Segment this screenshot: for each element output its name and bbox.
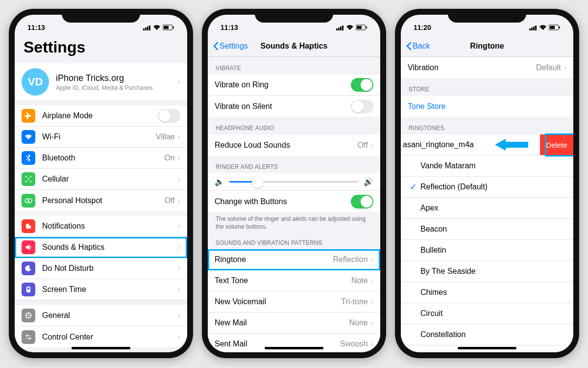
row-sounds-haptics[interactable]: Sounds & Haptics › [15, 237, 187, 258]
clock: 11:20 [414, 24, 431, 31]
checkmark-icon [408, 309, 418, 319]
account-row[interactable]: VD iPhone Tricks.org Apple ID, iCloud, M… [15, 63, 187, 101]
row-do-not-disturb[interactable]: Do Not Disturb › [15, 258, 187, 279]
row-wifi[interactable]: Wi-Fi Villae › [15, 127, 187, 148]
row-new-voicemail[interactable]: New Voicemail Tri-tone › [208, 291, 380, 313]
back-label: Settings [220, 42, 248, 51]
row-vibration[interactable]: Vibration Default › [401, 57, 573, 78]
signal-icon [143, 25, 151, 30]
row-hotspot[interactable]: Personal Hotspot Off › [15, 190, 187, 211]
row-label: Airplane Mode [42, 111, 158, 120]
status-right [143, 25, 174, 30]
row-label: Notifications [42, 222, 178, 231]
account-sub: Apple ID, iCloud, Media & Purchases [56, 84, 178, 91]
checkmark-icon [408, 224, 418, 235]
section-patterns: SOUNDS AND VIBRATION PATTERNS [208, 232, 380, 249]
signal-icon [529, 25, 537, 30]
airplane-toggle[interactable] [158, 109, 180, 123]
account-name: iPhone Tricks.org [56, 73, 178, 83]
list-item[interactable]: ✓ Reflection (Default) [401, 177, 573, 198]
svg-point-11 [29, 223, 32, 226]
list-item[interactable]: Chimes [401, 282, 573, 303]
toggle-vibrate-ring[interactable] [351, 78, 373, 92]
list-item[interactable]: Apex [401, 198, 573, 219]
row-label: Vibration [408, 63, 536, 72]
chevron-left-icon [406, 42, 412, 51]
list-item[interactable]: Vande Mataram [401, 156, 573, 177]
nav-title: Sounds & Haptics [261, 42, 328, 51]
row-bluetooth[interactable]: Bluetooth On › [15, 148, 187, 169]
back-button[interactable]: Back [406, 42, 430, 51]
row-general[interactable]: General › [15, 305, 187, 326]
row-cellular[interactable]: Cellular › [15, 169, 187, 190]
row-label: Cellular [42, 175, 178, 184]
row-ringtone[interactable]: Ringtone Reflection › [208, 249, 380, 270]
toggle-vibrate-silent[interactable] [351, 100, 373, 113]
list-item[interactable]: Beacon [401, 219, 573, 240]
chevron-right-icon: › [371, 297, 373, 306]
row-label: New Mail [215, 318, 349, 327]
svg-rect-13 [27, 288, 29, 289]
row-sent-mail[interactable]: Sent Mail Swoosh › [208, 334, 380, 352]
svg-rect-28 [531, 27, 533, 30]
checkmark-icon [408, 351, 418, 353]
cellular-icon [22, 172, 35, 186]
svg-rect-1 [145, 27, 147, 30]
row-label: Vibrate on Ring [215, 80, 351, 89]
row-tone-store[interactable]: Tone Store [401, 96, 573, 117]
list-item[interactable]: By The Seaside [401, 261, 573, 282]
delete-label: Delete [546, 141, 567, 149]
notch [62, 9, 140, 23]
back-button[interactable]: Settings [213, 42, 248, 51]
svg-rect-0 [143, 28, 145, 30]
row-airplane-mode[interactable]: Airplane Mode [15, 105, 187, 127]
settings-scroll[interactable]: VD iPhone Tricks.org Apple ID, iCloud, M… [15, 63, 187, 352]
row-change-buttons[interactable]: Change with Buttons [208, 191, 380, 212]
chevron-right-icon: › [564, 63, 566, 72]
row-label: New Voicemail [215, 297, 341, 306]
svg-rect-2 [147, 26, 148, 30]
row-screen-time[interactable]: Screen Time › [15, 279, 187, 300]
home-indicator[interactable] [458, 347, 516, 349]
row-text-tone[interactable]: Text Tone Note › [208, 270, 380, 291]
ringtone-scroll[interactable]: Vibration Default › STORE Tone Store RIN… [401, 57, 573, 352]
row-custom-tone-swiped[interactable]: asani_ringtone_m4a Delete [401, 134, 573, 156]
row-reduce-loud[interactable]: Reduce Loud Sounds Off › [208, 134, 380, 156]
ringer-footer: The volume of the ringer and alerts can … [208, 212, 380, 232]
list-item[interactable]: Constellation [401, 324, 573, 345]
row-new-mail[interactable]: New Mail None › [208, 313, 380, 334]
row-label: Screen Time [42, 285, 178, 294]
chevron-right-icon: › [178, 311, 180, 320]
row-label: General [42, 311, 178, 320]
status-right [336, 25, 368, 30]
svg-rect-17 [26, 336, 31, 336]
volume-slider-row[interactable]: 🔈 🔊 [208, 173, 380, 191]
row-vibrate-silent[interactable]: Vibrate on Silent [208, 96, 380, 117]
svg-point-7 [28, 179, 29, 180]
section-ringtones: RINGTONES [401, 117, 573, 134]
volume-slider[interactable] [229, 181, 359, 183]
chevron-right-icon: › [178, 154, 180, 162]
svg-point-15 [28, 315, 29, 316]
chevron-right-icon: › [178, 175, 180, 184]
list-item[interactable]: Circuit [401, 303, 573, 324]
row-label: Apex [420, 204, 566, 212]
delete-button[interactable]: Delete [540, 134, 573, 155]
list-item[interactable]: Bulletin [401, 240, 573, 261]
row-control-center[interactable]: Control Center › [15, 326, 187, 347]
sounds-scroll[interactable]: VIBRATE Vibrate on Ring Vibrate on Silen… [208, 57, 380, 352]
row-value: Tri-tone [341, 297, 368, 306]
home-indicator[interactable] [72, 347, 130, 349]
clock: 11:13 [27, 24, 45, 31]
row-notifications[interactable]: Notifications › [15, 216, 187, 237]
row-vibrate-ring[interactable]: Vibrate on Ring [208, 75, 380, 96]
chevron-right-icon: › [178, 333, 180, 342]
home-indicator[interactable] [265, 347, 323, 349]
svg-rect-32 [550, 26, 555, 29]
section-store: STORE [401, 78, 573, 96]
screentime-icon [22, 283, 35, 296]
section-ringer: RINGER AND ALERTS [208, 156, 380, 173]
bluetooth-icon [22, 151, 35, 165]
svg-rect-5 [164, 26, 169, 29]
toggle-change-buttons[interactable] [351, 195, 373, 209]
